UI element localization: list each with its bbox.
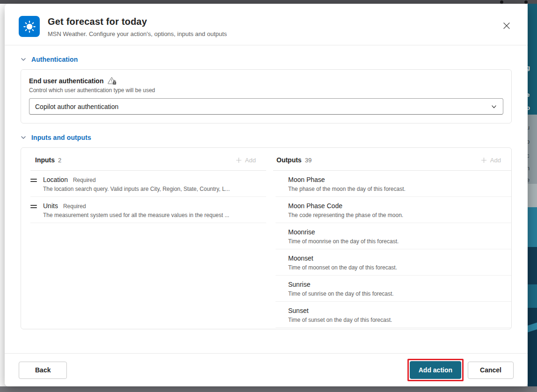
background-block [528,207,537,247]
output-name: Sunset [288,307,309,314]
inputs-outputs-section-label: Inputs and outputs [31,134,91,141]
chevron-down-icon [491,103,497,110]
dialog-title: Get forecast for today [48,16,227,27]
output-name: Sunrise [288,281,310,288]
background-text-fragment: e [528,177,537,183]
dropdown-selected-value: Copilot author authentication [35,103,491,110]
output-description: The code representing the phase of the m… [288,212,403,218]
close-icon [503,22,510,29]
add-action-button[interactable]: Add action [410,361,461,379]
drag-handle-icon[interactable] [30,179,37,183]
output-row-moonrise[interactable]: Moonrise Time of moonrise on the day of … [276,223,511,249]
inputs-header: Inputs [35,156,55,164]
add-output-button[interactable]: Add [481,157,501,164]
end-user-auth-description: Control which user authentication type w… [29,87,503,94]
close-button[interactable] [501,20,513,32]
outputs-column: Outputs 39 Add Moon Phas [266,148,511,329]
output-row-sunset[interactable]: Sunset Time of sunset on the day of this… [276,302,511,328]
chevron-down-icon [21,57,26,62]
input-description: The measurement system used for all the … [43,212,229,218]
output-description: Time of moonrise on the day of this fore… [288,238,399,245]
background-toolbar-dot [500,0,503,4]
background-text-fragment: n [528,165,537,171]
dialog-subtitle: MSN Weather. Configure your action's, op… [48,30,227,37]
inputs-column: Inputs 2 Add [21,148,266,329]
required-badge: Required [63,203,86,210]
output-row-sunrise[interactable]: Sunrise Time of sunrise on the day of th… [276,276,511,302]
plus-icon [236,157,242,163]
end-user-auth-label: End user authentication [29,77,103,85]
output-name: Moonrise [288,228,315,236]
output-row-moon-phase[interactable]: Moon Phase The phase of the moon the day… [276,171,511,197]
add-input-button[interactable]: Add [236,157,256,164]
inputs-count: 2 [58,157,61,164]
authentication-card: End user authentication Control which us… [21,69,512,123]
dialog-footer: Back Add action Cancel [5,353,528,386]
highlight-annotation: Add action [407,359,464,381]
plus-icon [481,157,487,163]
input-name: Location [43,176,68,183]
background-text-fragment: o [528,138,537,145]
admin-warning-lock-icon [107,76,116,85]
output-row-moon-phase-code[interactable]: Moon Phase Code The code representing th… [276,197,511,223]
authentication-section-label: Authentication [31,56,78,63]
background-block [528,247,537,284]
screen: g e p u o c n e [0,0,537,392]
background-bottom-bar [0,386,537,392]
output-description: Time of sunrise on the day of this forec… [288,290,394,297]
add-input-label: Add [245,157,256,164]
input-row-units[interactable]: UnitsRequired The measurement system use… [30,197,266,223]
background-block [528,184,537,207]
configure-action-dialog: Get forecast for today MSN Weather. Conf… [5,4,528,386]
output-description: The phase of the moon the day of this fo… [288,186,406,192]
input-description: The location search query. Valid inputs … [43,186,230,192]
authentication-section-toggle[interactable]: Authentication [21,56,512,63]
drag-handle-icon[interactable] [30,205,37,210]
background-text-fragment: p [528,105,537,111]
background-block [528,308,537,386]
output-name: Moonset [288,254,313,262]
output-description: Time of moonset on the day of this forec… [288,264,397,271]
inputs-outputs-section-toggle[interactable]: Inputs and outputs [21,134,512,141]
sun-icon [22,20,36,34]
cancel-button[interactable]: Cancel [468,362,514,379]
header-divider [5,45,528,45]
back-button[interactable]: Back [19,362,67,379]
msn-weather-icon [19,16,40,37]
output-name: Moon Phase Code [288,202,342,210]
background-page-strip: g e p u o c n e [528,4,537,386]
end-user-auth-dropdown[interactable]: Copilot author authentication [29,98,503,115]
add-output-label: Add [490,157,501,164]
background-text-fragment: e [528,92,537,98]
chevron-down-icon [21,135,26,140]
input-name: Units [43,202,58,210]
background-text-fragment: c [528,152,537,159]
output-name: Moon Phase [288,176,325,183]
outputs-header: Outputs [276,156,302,164]
background-text-fragment: g [528,65,537,71]
input-row-location[interactable]: LocationRequired The location search que… [30,171,266,197]
background-text-fragment: u [528,124,537,131]
inputs-outputs-card: Inputs 2 Add [21,147,512,329]
outputs-count: 39 [305,157,312,164]
background-toolbar-dot [524,0,528,4]
background-browser-bar [0,0,537,4]
output-description: Time of sunset on the day of this foreca… [288,317,392,323]
output-row-moonset[interactable]: Moonset Time of moonset on the day of th… [276,249,511,276]
background-block [528,284,537,308]
dialog-header: Get forecast for today MSN Weather. Conf… [5,4,528,45]
required-badge: Required [73,177,96,183]
